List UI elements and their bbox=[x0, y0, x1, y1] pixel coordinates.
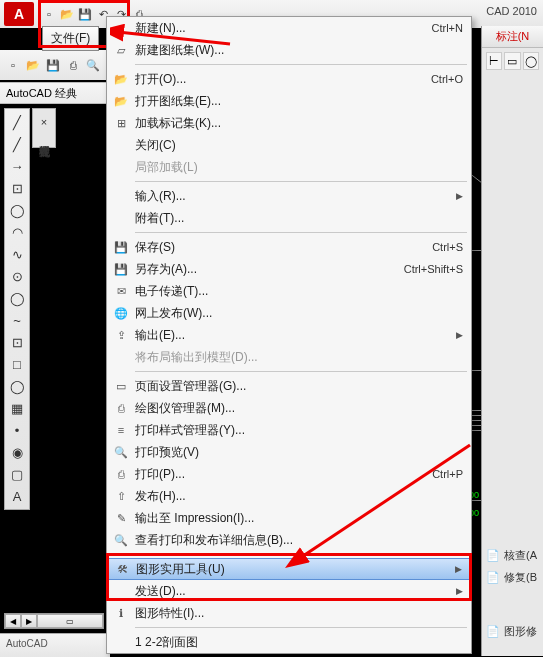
menu-item-0[interactable]: ▫新建(N)...Ctrl+N bbox=[107, 17, 471, 39]
draw-tool-10[interactable]: ⊡ bbox=[6, 331, 28, 353]
submenu-arrow-icon: ▶ bbox=[453, 191, 463, 201]
menu-label: 打印样式管理器(Y)... bbox=[131, 422, 463, 439]
tab-icon[interactable]: ▭ bbox=[37, 614, 103, 628]
menu-item-30[interactable]: ℹ图形特性(I)... bbox=[107, 602, 471, 624]
menu-separator bbox=[135, 627, 467, 628]
menu-item-22[interactable]: 🔍打印预览(V) bbox=[107, 441, 471, 463]
blank-icon bbox=[111, 209, 131, 227]
menu-item-1[interactable]: ▱新建图纸集(W)... bbox=[107, 39, 471, 61]
menu-item-23[interactable]: ⎙打印(P)...Ctrl+P bbox=[107, 463, 471, 485]
menu-item-5[interactable]: ⊞加载标记集(K)... bbox=[107, 112, 471, 134]
dim-icon[interactable]: ⊢ bbox=[486, 52, 502, 70]
dim-icon[interactable]: ◯ bbox=[523, 52, 539, 70]
draw-tool-3[interactable]: ⊡ bbox=[6, 177, 28, 199]
menu-label: 新建图纸集(W)... bbox=[131, 42, 463, 59]
draw-tool-0[interactable]: ╱ bbox=[6, 111, 28, 133]
modify-item[interactable]: 📄图形修 bbox=[482, 620, 543, 642]
menu-item-32[interactable]: 1 2-2剖面图 bbox=[107, 631, 471, 653]
draw-tool-9[interactable]: ~ bbox=[6, 309, 28, 331]
menu-item-3[interactable]: 📂打开(O)...Ctrl+O bbox=[107, 68, 471, 90]
draw-tool-16[interactable]: ▢ bbox=[6, 463, 28, 485]
file-menu-button[interactable]: 文件(F) bbox=[42, 26, 99, 51]
menu-item-12[interactable]: 💾保存(S)Ctrl+S bbox=[107, 236, 471, 258]
blank-icon bbox=[111, 158, 131, 176]
app-title: CAD 2010 bbox=[486, 5, 537, 17]
menu-label: 页面设置管理器(G)... bbox=[131, 378, 463, 395]
save-icon[interactable]: 💾 bbox=[76, 5, 94, 23]
app-menu-button[interactable]: A bbox=[4, 2, 34, 26]
print-icon[interactable]: ⎙ bbox=[64, 56, 82, 74]
menu-separator bbox=[135, 64, 467, 65]
status-bar: AutoCAD bbox=[0, 633, 110, 657]
menu-item-6[interactable]: 关闭(C) bbox=[107, 134, 471, 156]
draw-tool-13[interactable]: ▦ bbox=[6, 397, 28, 419]
menu-label: 绘图仪管理器(M)... bbox=[131, 400, 463, 417]
menu-item-10[interactable]: 附着(T)... bbox=[107, 207, 471, 229]
draw-tool-1[interactable]: ╱ bbox=[6, 133, 28, 155]
menu-separator bbox=[135, 554, 467, 555]
open-icon[interactable]: 📂 bbox=[24, 56, 42, 74]
blank-icon bbox=[111, 633, 131, 651]
menu-label: 图形实用工具(U) bbox=[132, 561, 452, 578]
open-icon[interactable]: 📂 bbox=[58, 5, 76, 23]
palette-bar: × 视觉样式管理器 bbox=[32, 108, 56, 148]
menu-item-19[interactable]: ▭页面设置管理器(G)... bbox=[107, 375, 471, 397]
draw-tool-2[interactable]: → bbox=[6, 155, 28, 177]
menu-item-17: 将布局输出到模型(D)... bbox=[107, 346, 471, 368]
menu-item-26[interactable]: 🔍查看打印和发布详细信息(B)... bbox=[107, 529, 471, 551]
draw-tool-4[interactable]: ◯ bbox=[6, 199, 28, 221]
repair-item[interactable]: 📄修复(B bbox=[482, 566, 543, 588]
menu-label: 打开图纸集(E)... bbox=[131, 93, 463, 110]
menu-item-21[interactable]: ≡打印样式管理器(Y)... bbox=[107, 419, 471, 441]
preview-icon: 🔍 bbox=[111, 443, 131, 461]
save-icon[interactable]: 💾 bbox=[44, 56, 62, 74]
new-icon[interactable]: ▫ bbox=[4, 56, 22, 74]
menu-item-24[interactable]: ⇧发布(H)... bbox=[107, 485, 471, 507]
menu-label: 打印(P)... bbox=[131, 466, 424, 483]
menu-item-9[interactable]: 输入(R)...▶ bbox=[107, 185, 471, 207]
workspace-selector[interactable]: AutoCAD 经典 bbox=[0, 82, 110, 104]
menu-item-29[interactable]: 发送(D)...▶ bbox=[107, 580, 471, 602]
menu-item-20[interactable]: ⎙绘图仪管理器(M)... bbox=[107, 397, 471, 419]
menu-item-16[interactable]: ⇪输出(E)...▶ bbox=[107, 324, 471, 346]
blank-icon bbox=[111, 136, 131, 154]
menu-item-14[interactable]: ✉电子传递(T)... bbox=[107, 280, 471, 302]
page-icon: ▭ bbox=[111, 377, 131, 395]
draw-toolbar: ╱╱→⊡◯◠∿⊙◯~⊡□◯▦•◉▢A bbox=[4, 108, 30, 510]
horizontal-scrollbar[interactable]: ◀ ▶ ▭ bbox=[4, 613, 104, 629]
draw-tool-15[interactable]: ◉ bbox=[6, 441, 28, 463]
audit-item[interactable]: 📄核查(A bbox=[482, 544, 543, 566]
menu-label: 将布局输出到模型(D)... bbox=[131, 349, 463, 366]
draw-tool-7[interactable]: ⊙ bbox=[6, 265, 28, 287]
export-icon: ⇪ bbox=[111, 326, 131, 344]
scroll-right-icon[interactable]: ▶ bbox=[21, 614, 37, 628]
dimension-tab[interactable]: 标注(N bbox=[482, 26, 543, 48]
menu-item-13[interactable]: 💾另存为(A)...Ctrl+Shift+S bbox=[107, 258, 471, 280]
detail-icon: 🔍 bbox=[111, 531, 131, 549]
menu-shortcut: Ctrl+N bbox=[424, 22, 463, 34]
new-icon[interactable]: ▫ bbox=[40, 5, 58, 23]
menu-item-25[interactable]: ✎输出至 Impression(I)... bbox=[107, 507, 471, 529]
draw-tool-8[interactable]: ◯ bbox=[6, 287, 28, 309]
dim-icon[interactable]: ▭ bbox=[504, 52, 520, 70]
draw-tool-11[interactable]: □ bbox=[6, 353, 28, 375]
blank-icon bbox=[111, 187, 131, 205]
menu-label: 图形特性(I)... bbox=[131, 605, 463, 622]
close-icon[interactable]: × bbox=[35, 113, 53, 131]
saveas-icon: 💾 bbox=[111, 260, 131, 278]
menu-item-4[interactable]: 📂打开图纸集(E)... bbox=[107, 90, 471, 112]
plotter-icon: ⎙ bbox=[111, 399, 131, 417]
draw-tool-17[interactable]: A bbox=[6, 485, 28, 507]
menu-label: 发送(D)... bbox=[131, 583, 453, 600]
menu-item-28[interactable]: 🛠图形实用工具(U)▶ bbox=[107, 558, 471, 580]
submenu-arrow-icon: ▶ bbox=[452, 564, 462, 574]
menu-label: 打开(O)... bbox=[131, 71, 423, 88]
draw-tool-14[interactable]: • bbox=[6, 419, 28, 441]
preview-icon[interactable]: 🔍 bbox=[84, 56, 102, 74]
draw-tool-12[interactable]: ◯ bbox=[6, 375, 28, 397]
doc-icon: 📄 bbox=[486, 625, 500, 638]
menu-item-15[interactable]: 🌐网上发布(W)... bbox=[107, 302, 471, 324]
draw-tool-6[interactable]: ∿ bbox=[6, 243, 28, 265]
scroll-left-icon[interactable]: ◀ bbox=[5, 614, 21, 628]
draw-tool-5[interactable]: ◠ bbox=[6, 221, 28, 243]
